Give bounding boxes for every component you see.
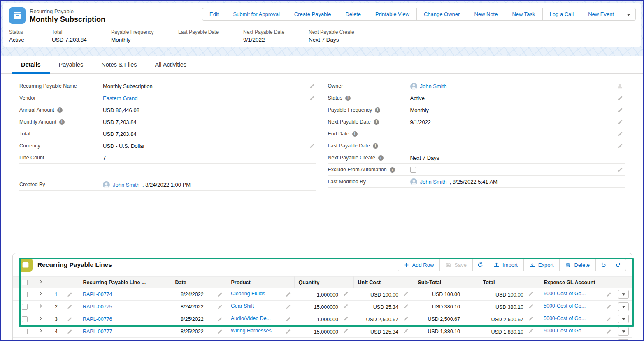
pencil-icon[interactable]	[217, 329, 223, 334]
pencil-icon[interactable]	[67, 316, 72, 322]
chevron-right-icon[interactable]	[38, 316, 43, 321]
gl-account-link[interactable]: 5000-Cost of Go...	[544, 303, 586, 309]
line-name-link[interactable]: RAPL-00774	[83, 292, 112, 297]
user-link[interactable]: John Smith	[113, 182, 139, 188]
pencil-icon[interactable]	[343, 304, 349, 309]
pencil-icon[interactable]	[618, 131, 623, 137]
product-link[interactable]: Clearing Fluids	[231, 291, 265, 297]
refresh-button[interactable]	[472, 259, 488, 271]
user-link[interactable]: John Smith	[420, 83, 447, 89]
change-owner-icon[interactable]	[617, 83, 623, 89]
pencil-icon[interactable]	[403, 291, 409, 297]
pencil-icon[interactable]	[403, 304, 409, 309]
pencil-icon[interactable]	[67, 304, 72, 309]
line-name-link[interactable]: RAPL-00776	[83, 316, 112, 322]
save-button[interactable]: Save	[439, 259, 473, 271]
pencil-icon[interactable]	[309, 143, 315, 149]
redo-button[interactable]	[611, 259, 626, 271]
product-link[interactable]: Gear Shift	[231, 303, 254, 309]
gl-account-link[interactable]: 5000-Cost of Go...	[544, 315, 586, 321]
pencil-icon[interactable]	[618, 107, 623, 113]
field-label: Next Payable Createi	[328, 155, 410, 161]
row-checkbox[interactable]	[22, 329, 28, 334]
pencil-icon[interactable]	[217, 292, 223, 297]
row-actions-button[interactable]	[618, 315, 629, 323]
pencil-icon[interactable]	[309, 84, 315, 89]
row-actions-button[interactable]	[618, 339, 629, 341]
pencil-icon[interactable]	[606, 316, 611, 322]
row-actions-button[interactable]	[618, 327, 629, 336]
pencil-icon[interactable]	[67, 329, 72, 334]
pencil-icon[interactable]	[217, 304, 223, 309]
row-actions-button[interactable]	[618, 302, 629, 311]
pencil-icon[interactable]	[606, 304, 611, 309]
chevron-right-icon[interactable]	[38, 291, 43, 296]
pencil-icon[interactable]	[286, 304, 291, 309]
import-button[interactable]: Import	[488, 259, 524, 271]
field-value: John Smith	[410, 83, 625, 90]
lines-header-row: Recurring Payable Line ...DateProductQua…	[13, 277, 632, 288]
new-note-button[interactable]: New Note	[467, 8, 505, 21]
pencil-icon[interactable]	[618, 119, 623, 125]
edit-button[interactable]: Edit	[202, 8, 226, 21]
gl-account-link[interactable]: 5000-Cost of Go...	[544, 291, 586, 297]
field-value-link[interactable]: Eastern Grand	[103, 95, 138, 101]
change-owner-button[interactable]: Change Owner	[416, 8, 467, 21]
checkbox[interactable]	[22, 280, 28, 285]
more-actions-dropdown[interactable]	[621, 8, 636, 21]
add-row-button[interactable]: Add Row	[398, 259, 440, 271]
pencil-icon[interactable]	[343, 328, 349, 334]
pencil-icon[interactable]	[528, 328, 534, 334]
pencil-icon[interactable]	[528, 291, 534, 297]
pencil-icon[interactable]	[403, 328, 409, 334]
create-payable-button[interactable]: Create Payable	[287, 8, 339, 21]
export-button[interactable]: Export	[523, 259, 560, 271]
pencil-icon[interactable]	[343, 291, 349, 297]
pencil-icon[interactable]	[67, 292, 72, 297]
row-actions-button[interactable]	[618, 290, 629, 299]
pencil-icon[interactable]	[618, 167, 623, 173]
submit-for-approval-button[interactable]: Submit for Approval	[226, 8, 287, 21]
undo-button[interactable]	[595, 259, 611, 271]
pencil-icon[interactable]	[618, 143, 623, 149]
summary-field-value: Monthly	[111, 37, 175, 43]
tab-details[interactable]: Details	[12, 56, 50, 74]
field-value	[410, 142, 625, 149]
tab-notes-files[interactable]: Notes & Files	[92, 56, 146, 74]
product-link[interactable]: Wiring Harnesses	[231, 328, 272, 334]
gl-account-link[interactable]: 5000-Cost of Go...	[544, 328, 586, 334]
pencil-icon[interactable]	[286, 316, 291, 322]
new-task-button[interactable]: New Task	[505, 8, 542, 21]
user-link[interactable]: John Smith	[420, 179, 447, 185]
select-all-checkbox[interactable]	[13, 277, 33, 288]
pencil-icon[interactable]	[286, 292, 291, 297]
line-name-link[interactable]: RAPL-00777	[83, 329, 112, 334]
pencil-icon[interactable]	[618, 96, 623, 101]
pencil-icon[interactable]	[403, 316, 409, 321]
pencil-icon[interactable]	[217, 316, 223, 322]
pencil-icon[interactable]	[528, 304, 534, 309]
product-link[interactable]: Audio/Video De...	[231, 315, 271, 321]
pencil-icon[interactable]	[528, 316, 534, 321]
pencil-icon[interactable]	[343, 316, 349, 321]
delete-button[interactable]: Delete	[338, 8, 368, 21]
log-a-call-button[interactable]: Log a Call	[542, 8, 581, 21]
pencil-icon[interactable]	[286, 329, 291, 334]
row-checkbox[interactable]	[22, 316, 28, 322]
summary-field-label: Total	[52, 29, 108, 35]
row-checkbox[interactable]	[22, 304, 28, 310]
pencil-icon[interactable]	[606, 329, 611, 334]
tab-payables[interactable]: Payables	[50, 56, 93, 74]
tab-all-activities[interactable]: All Activities	[146, 56, 195, 74]
printable-view-button[interactable]: Printable View	[368, 8, 417, 21]
delete-button[interactable]: Delete	[559, 259, 596, 271]
line-name-link[interactable]: RAPL-00775	[83, 304, 112, 310]
exclude-automation-checkbox[interactable]	[410, 167, 416, 173]
new-event-button[interactable]: New Event	[581, 8, 621, 21]
chevron-right-icon[interactable]	[38, 304, 43, 308]
pencil-icon[interactable]	[309, 96, 315, 101]
row-checkbox[interactable]	[22, 292, 28, 297]
pencil-icon[interactable]	[606, 292, 611, 297]
expand-all-chevron[interactable]	[33, 277, 49, 288]
chevron-right-icon[interactable]	[38, 328, 43, 333]
